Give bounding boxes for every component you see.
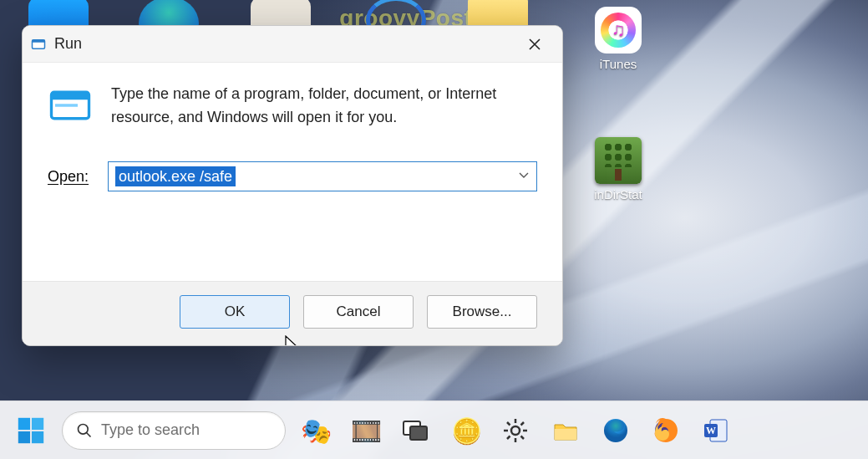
dialog-title: Run [54,35,82,53]
dialog-description: Type the name of a program, folder, docu… [111,83,537,130]
svg-rect-4 [18,417,30,429]
taskbar-search[interactable]: Type to search [62,411,286,450]
cursor-icon [285,335,302,346]
file-explorer-app[interactable] [545,410,586,451]
coin-stack-icon: 🪙 [451,416,480,445]
edge-app[interactable] [595,410,637,451]
coins-app[interactable]: 🪙 [444,410,486,451]
film-reel-icon: 🎞️ [351,416,379,445]
edge-icon [602,416,630,445]
titlebar[interactable]: Run [23,26,562,63]
open-label: Open: [48,168,96,186]
browse-button[interactable]: Browse... [427,295,537,329]
drama-masks-app[interactable]: 🎭 [294,410,336,451]
word-app[interactable]: W [695,410,737,451]
svg-point-8 [79,424,89,434]
settings-gear-icon [501,416,530,445]
run-dialog: Run Type the name of a program, folder, … [22,25,563,346]
firefox-icon [652,416,680,445]
svg-rect-10 [410,426,427,440]
taskbar: Type to search 🎭 🎞️ 🪙 W [0,400,868,459]
svg-rect-12 [555,429,576,440]
settings-app[interactable] [495,410,536,451]
start-icon [15,415,47,446]
svg-rect-1 [33,39,45,42]
drama-masks-icon: 🎭 [301,416,329,445]
word-icon: W [702,416,730,445]
run-icon [48,83,93,131]
firefox-app[interactable] [645,410,687,451]
task-view-icon [401,416,429,445]
cancel-button[interactable]: Cancel [303,295,414,329]
svg-rect-5 [32,417,43,429]
start-button[interactable] [8,408,53,453]
open-combobox[interactable]: outlook.exe /safe [108,161,537,191]
open-command-value: outlook.exe /safe [115,166,236,186]
desktop-icon-label: inDirStat [580,187,657,201]
chevron-down-icon[interactable] [518,169,530,184]
close-icon [528,38,541,51]
desktop-icon-itunes[interactable]: iTunes [580,7,657,71]
svg-text:W: W [706,425,716,436]
ok-button[interactable]: OK [180,295,290,329]
desktop-icon-label: iTunes [580,57,657,71]
svg-rect-3 [52,92,89,99]
svg-rect-7 [32,431,43,442]
desktop-icon-windirstat[interactable]: inDirStat [580,137,657,201]
film-reel-app[interactable]: 🎞️ [344,410,386,451]
svg-rect-6 [18,431,30,442]
run-titlebar-icon [31,37,46,52]
windirstat-icon [595,137,642,184]
task-view-button[interactable] [394,410,436,451]
close-button[interactable] [515,26,554,63]
svg-point-11 [511,426,520,435]
search-placeholder: Type to search [101,421,200,439]
search-icon [76,422,93,439]
file-explorer-icon [551,416,580,445]
itunes-icon [595,7,642,54]
